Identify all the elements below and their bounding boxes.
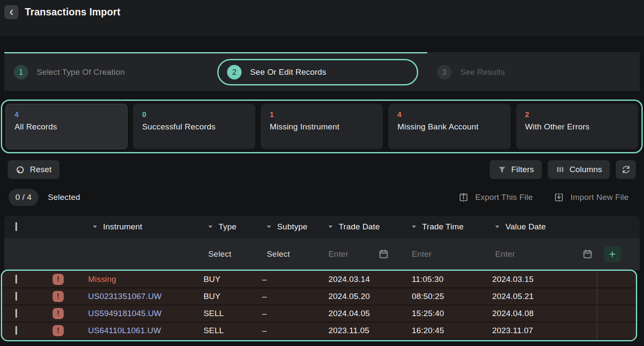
cell-subtype: –	[261, 309, 323, 318]
add-filter-button[interactable]	[604, 246, 621, 262]
column-label: Trade Date	[339, 222, 380, 232]
step-1-label: Select Type Of Creation	[37, 67, 125, 77]
card-count: 4	[397, 111, 501, 119]
filter-value-date-input[interactable]: Enter	[490, 249, 597, 260]
column-label: Instrument	[103, 222, 142, 232]
error-badge-icon[interactable]: !	[53, 325, 64, 336]
back-button[interactable]	[4, 5, 18, 19]
row-checkbox[interactable]	[15, 309, 17, 318]
refresh-button[interactable]	[616, 160, 636, 179]
toolbar: Reset Filters Columns	[4, 160, 640, 179]
page-title: Transactions Import	[25, 6, 121, 18]
cell-subtype: –	[261, 275, 323, 284]
card-label: Missing Bank Account	[397, 122, 501, 132]
column-header-subtype[interactable]: Subtype	[261, 222, 323, 232]
filter-placeholder: Select	[208, 249, 231, 259]
cell-value-date: 2024.03.15	[490, 275, 597, 284]
row-checkbox[interactable]	[15, 292, 17, 301]
table-body: ! Missing BUY – 2024.03.14 11:05:30 2024…	[2, 271, 636, 339]
import-new-file-button[interactable]: Import New File	[553, 192, 629, 203]
columns-label: Columns	[570, 165, 602, 174]
step-3-label: See Results	[460, 67, 505, 77]
cell-instrument-link[interactable]: US5949181045.UW	[87, 309, 203, 318]
error-badge-icon[interactable]: !	[53, 308, 64, 319]
card-count: 1	[270, 111, 374, 119]
filter-type-select[interactable]: Select	[203, 249, 261, 259]
summary-card-all-records[interactable]: 4 All Records	[6, 104, 127, 149]
reset-label: Reset	[30, 165, 52, 174]
table-filter-row: Select Select Enter Enter Enter	[4, 238, 640, 270]
cell-extra	[597, 271, 636, 287]
caret-down-icon[interactable]	[267, 226, 271, 228]
cell-trade-time: 16:20:45	[406, 326, 490, 335]
cell-value-date: 2024.05.21	[490, 292, 597, 301]
funnel-icon	[497, 165, 507, 174]
card-count: 2	[525, 111, 629, 119]
row-checkbox[interactable]	[15, 326, 17, 335]
filter-trade-time-input[interactable]: Enter	[406, 249, 490, 259]
cell-trade-date: 2024.05.20	[323, 292, 406, 301]
card-count: 0	[142, 111, 246, 119]
step-select-type-of-creation[interactable]: 1 Select Type Of Creation	[14, 65, 125, 79]
rotate-ccw-icon	[15, 165, 25, 175]
step-2-label: See Or Edit Records	[250, 67, 326, 77]
caret-down-icon[interactable]	[208, 226, 213, 228]
column-header-type[interactable]: Type	[203, 222, 261, 232]
cell-type: SELL	[203, 309, 261, 318]
calendar-icon[interactable]	[378, 249, 389, 260]
column-label: Trade Time	[422, 222, 464, 232]
refresh-icon	[621, 164, 631, 175]
column-header-trade-date[interactable]: Trade Date	[323, 222, 406, 232]
filters-label: Filters	[511, 165, 534, 174]
cell-trade-time: 15:25:40	[406, 309, 490, 318]
calendar-icon[interactable]	[582, 249, 593, 260]
summary-card-missing-bank-account[interactable]: 4 Missing Bank Account	[388, 104, 510, 149]
cell-instrument: Missing	[87, 275, 203, 284]
column-header-instrument[interactable]: Instrument	[87, 222, 203, 232]
export-this-file-button[interactable]: Export This File	[458, 192, 533, 203]
filter-subtype-select[interactable]: Select	[261, 249, 323, 259]
cell-trade-date: 2024.03.14	[323, 275, 406, 284]
card-count: 4	[15, 111, 118, 119]
step-1-number: 1	[14, 65, 28, 79]
column-label: Type	[219, 222, 236, 232]
summary-card-with-other-errors[interactable]: 2 With Other Errors	[516, 104, 638, 149]
caret-down-icon[interactable]	[93, 226, 97, 228]
column-header-trade-time[interactable]: Trade Time	[406, 222, 490, 232]
cell-extra	[597, 305, 636, 322]
step-see-results[interactable]: 3 See Results	[437, 65, 505, 79]
summary-cards-group: 4 All Records 0 Successful Records 1 Mis…	[1, 100, 643, 153]
row-checkbox[interactable]	[15, 275, 17, 284]
cell-subtype: –	[261, 292, 323, 301]
import-icon	[553, 192, 564, 203]
cell-instrument-link[interactable]: US0231351067.UW	[87, 292, 203, 301]
step-see-or-edit-records[interactable]: 2 See Or Edit Records	[217, 59, 418, 85]
cell-instrument-link[interactable]: US64110L1061.UW	[87, 326, 203, 335]
cell-extra	[597, 323, 636, 339]
summary-card-missing-instrument[interactable]: 1 Missing Instrument	[261, 104, 383, 149]
cell-trade-date: 2024.04.05	[323, 309, 406, 318]
columns-icon	[555, 165, 565, 174]
reset-button[interactable]: Reset	[8, 160, 59, 179]
table-header-row: Instrument Type Subtype Trade Date Trade…	[4, 216, 640, 238]
stepper: 1 Select Type Of Creation 2 See Or Edit …	[4, 53, 640, 91]
summary-card-successful-records[interactable]: 0 Successful Records	[133, 104, 255, 149]
error-badge-icon[interactable]: !	[53, 274, 64, 285]
card-label: With Other Errors	[525, 122, 629, 132]
app-header: Transactions Import	[0, 0, 644, 36]
filter-placeholder: Enter	[412, 249, 431, 259]
filters-button[interactable]: Filters	[490, 160, 542, 179]
caret-down-icon[interactable]	[412, 226, 416, 228]
caret-down-icon[interactable]	[328, 226, 333, 228]
columns-button[interactable]: Columns	[548, 160, 610, 179]
select-all-checkbox[interactable]	[15, 222, 17, 231]
column-header-value-date[interactable]: Value Date	[490, 222, 597, 232]
cell-trade-time: 08:50:25	[406, 292, 490, 301]
table-row: ! US64110L1061.UW SELL – 2023.11.05 16:2…	[2, 323, 636, 339]
filter-trade-date-input[interactable]: Enter	[323, 249, 406, 260]
selection-bar: 0 / 4 Selected Export This File Import N…	[4, 188, 640, 207]
caret-down-icon[interactable]	[495, 226, 499, 228]
table-row: ! US5949181045.UW SELL – 2024.04.05 15:2…	[2, 305, 636, 323]
filter-placeholder: Select	[267, 249, 290, 259]
error-badge-icon[interactable]: !	[53, 291, 64, 302]
